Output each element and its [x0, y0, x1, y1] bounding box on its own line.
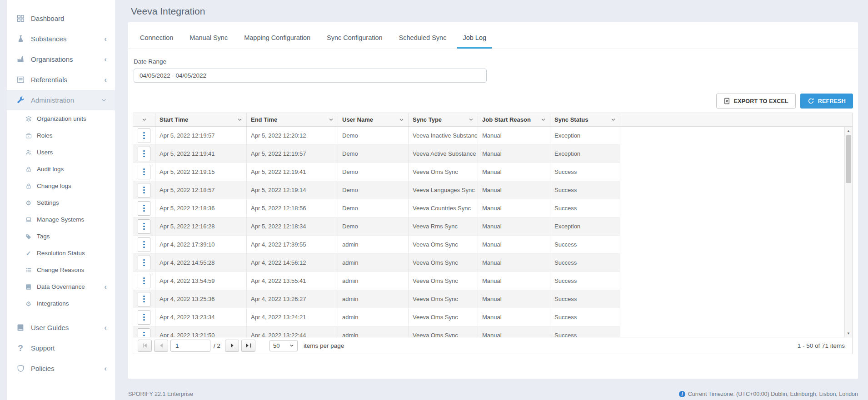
row-filler	[620, 326, 852, 337]
scrollbar-thumb[interactable]	[846, 135, 851, 183]
chevron-down-icon[interactable]	[541, 117, 546, 122]
sidebar-item-substances[interactable]: Substances‹	[7, 29, 115, 49]
cell-sync-status: Success	[550, 254, 620, 272]
sidebar-item-data-governance[interactable]: Data Governance‹	[7, 278, 115, 295]
vertical-scrollbar[interactable]: ▲ ▼	[844, 127, 852, 337]
column-menu-header[interactable]	[133, 113, 155, 126]
scroll-up-icon[interactable]: ▲	[845, 127, 852, 134]
row-menu-button[interactable]	[138, 328, 150, 337]
row-menu-button[interactable]	[138, 219, 150, 234]
row-menu-button[interactable]	[138, 147, 150, 161]
chevron-down-icon[interactable]	[611, 117, 616, 122]
column-header-sync-status[interactable]: Sync Status	[550, 113, 620, 126]
cell-start-time: Apr 5, 2022 12:18:36	[155, 199, 247, 217]
row-menu-button[interactable]	[138, 274, 150, 288]
main-content: Veeva Integration ConnectionManual SyncM…	[128, 0, 858, 379]
tab-mapping-configuration[interactable]: Mapping Configuration	[239, 22, 316, 49]
footer: SPORIFY 22.1 Enterprise i Current Timezo…	[128, 391, 858, 397]
cell-end-time: Apr 5, 2022 12:19:57	[247, 145, 338, 163]
sidebar-item-roles[interactable]: Roles	[7, 127, 115, 144]
sidebar-item-users[interactable]: Users	[7, 144, 115, 161]
column-header-end-time[interactable]: End Time	[247, 113, 338, 126]
sidebar-item-support[interactable]: ?Support	[7, 338, 115, 358]
refresh-button[interactable]: REFRESH	[800, 94, 853, 109]
cell-job-start-reason: Manual	[478, 163, 550, 181]
column-header-label: End Time	[251, 116, 277, 123]
sidebar-item-integrations[interactable]: ⚙︎Integrations	[7, 295, 115, 312]
row-menu-button[interactable]	[138, 292, 150, 306]
row-menu-button[interactable]	[138, 237, 150, 252]
sidebar-item-manage-systems[interactable]: Manage Systems	[7, 211, 115, 228]
cell-start-time: Apr 5, 2022 12:19:57	[155, 127, 247, 145]
row-filler	[620, 217, 852, 236]
next-page-button[interactable]	[225, 340, 239, 352]
sidebar-nav-list: DashboardSubstances‹Organisations‹Refere…	[7, 0, 115, 379]
sidebar-item-organization-units[interactable]: Organization units	[7, 110, 115, 127]
previous-page-button[interactable]	[154, 340, 168, 352]
sidebar-item-referentials[interactable]: Referentials‹	[7, 69, 115, 90]
page-number-input[interactable]	[170, 340, 210, 352]
cell-sync-status: Exception	[550, 217, 620, 236]
row-menu-button[interactable]	[138, 256, 150, 270]
row-menu-cell	[133, 127, 155, 145]
first-page-button[interactable]	[138, 340, 152, 352]
export-to-excel-button[interactable]: EXPORT TO EXCEL	[716, 94, 796, 109]
check-icon: ✓	[24, 249, 33, 257]
sidebar-item-administration[interactable]: Administration	[7, 90, 115, 110]
column-header-job-start-reason[interactable]: Job Start Reason	[478, 113, 550, 126]
table-row: Apr 4, 2022 13:21:50Apr 4, 2022 13:22:44…	[133, 326, 852, 337]
sidebar-item-change-logs[interactable]: Change logs	[7, 178, 115, 194]
tab-manual-sync[interactable]: Manual Sync	[184, 22, 233, 49]
excel-file-icon	[723, 98, 730, 104]
briefcase-icon	[24, 132, 33, 139]
sidebar-subitem-label: Organization units	[37, 115, 86, 122]
sidebar-item-organisations[interactable]: Organisations‹	[7, 49, 115, 69]
column-header-sync-type[interactable]: Sync Type	[409, 113, 478, 126]
tab-scheduled-sync[interactable]: Scheduled Sync	[394, 22, 452, 49]
row-menu-button[interactable]	[138, 201, 150, 216]
sidebar-item-change-reasons[interactable]: Change Reasons	[7, 262, 115, 278]
tab-sync-configuration[interactable]: Sync Configuration	[321, 22, 388, 49]
row-menu-cell	[133, 308, 155, 326]
sidebar-subitem-label: Change Reasons	[37, 267, 84, 273]
scroll-down-icon[interactable]: ▼	[845, 330, 852, 337]
tab-job-log[interactable]: Job Log	[457, 22, 492, 49]
lock-icon	[24, 165, 33, 173]
date-range-input[interactable]	[134, 69, 487, 83]
laptop-icon	[24, 216, 33, 223]
column-header-user-name[interactable]: User Name	[338, 113, 409, 126]
sidebar-item-resolution-status[interactable]: ✓Resolution Status	[7, 245, 115, 262]
chevron-down-icon[interactable]	[329, 117, 334, 122]
sidebar-item-audit-logs[interactable]: Audit logs	[7, 161, 115, 178]
sidebar-item-user-guides[interactable]: User Guides‹	[7, 317, 115, 338]
cell-start-time: Apr 4, 2022 13:21:50	[155, 326, 247, 337]
sidebar-item-dashboard[interactable]: Dashboard	[7, 8, 115, 29]
sidebar-item-settings[interactable]: ⚙Settings	[7, 194, 115, 211]
sidebar-item-policies[interactable]: Policies‹	[7, 358, 115, 379]
last-page-button[interactable]	[241, 340, 255, 352]
sidebar-subitem-label: Tags	[37, 233, 50, 240]
row-menu-button[interactable]	[138, 183, 150, 198]
cell-start-time: Apr 5, 2022 12:18:57	[155, 181, 247, 199]
sidebar-subitem-label: Resolution Status	[37, 250, 85, 257]
sidebar-subitem-label: Users	[37, 149, 53, 156]
chevron-down-icon[interactable]	[237, 117, 242, 122]
row-menu-button[interactable]	[138, 165, 150, 179]
sidebar-item-tags[interactable]: Tags	[7, 228, 115, 245]
column-header-start-time[interactable]: Start Time	[155, 113, 247, 126]
sidebar-item-label: Referentials	[31, 76, 67, 84]
cell-start-time: Apr 4, 2022 17:39:10	[155, 236, 247, 254]
page-size-select[interactable]: 50	[269, 340, 298, 351]
page-size-value: 50	[273, 342, 279, 349]
row-menu-button[interactable]	[138, 310, 150, 325]
cell-user-name: Demo	[338, 199, 409, 217]
row-filler	[620, 290, 852, 308]
tab-connection[interactable]: Connection	[135, 22, 179, 49]
chevron-down-icon[interactable]	[469, 117, 474, 122]
row-menu-button[interactable]	[138, 128, 150, 143]
cell-sync-status: Success	[550, 290, 620, 308]
chevron-down-icon[interactable]	[399, 117, 404, 122]
cell-job-start-reason: Manual	[478, 217, 550, 236]
sidebar-subitem-label: Integrations	[37, 300, 69, 307]
cell-user-name: Demo	[338, 163, 409, 181]
